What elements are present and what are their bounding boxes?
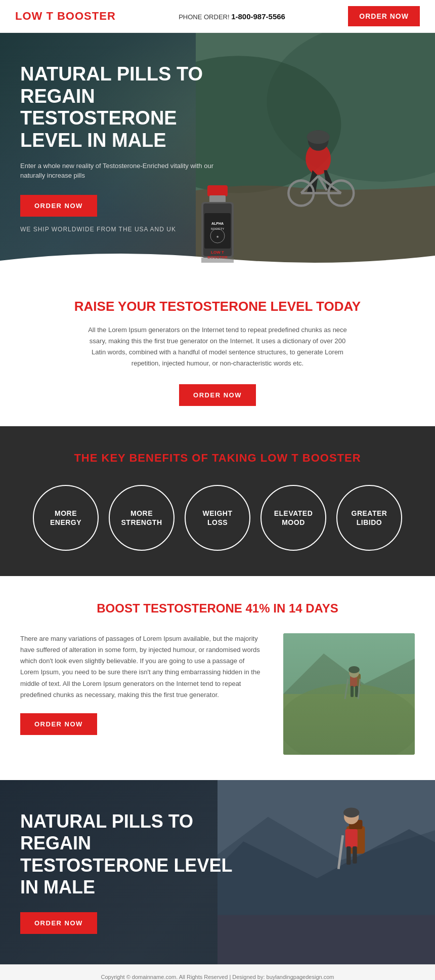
svg-rect-20 — [283, 633, 415, 755]
svg-point-27 — [349, 668, 359, 678]
svg-rect-42 — [346, 846, 351, 865]
phone-order: PHONE ORDER! 1-800-987-5566 — [179, 12, 285, 21]
product-bottle: ALPHA SOCIETY ★ LOW T BOOSTER — [187, 185, 248, 273]
svg-rect-39 — [345, 829, 358, 847]
benefit-weight-loss: WEIGHTLOSS — [185, 485, 250, 551]
footer-text: Copyright © domainname.com. All Rights R… — [20, 974, 415, 980]
benefit-greater-libido: GREATERLIBIDO — [336, 485, 402, 551]
banner-bg-svg — [218, 780, 435, 964]
boost-text: There are many variations of passages of… — [20, 633, 263, 735]
svg-rect-43 — [353, 846, 357, 864]
svg-rect-8 — [207, 185, 228, 196]
section-benefits: THE KEY BENEFITS OF TAKING LOW T BOOSTER… — [0, 426, 435, 576]
raise-body: All the Lorem Ipsum generators on the In… — [86, 324, 349, 369]
boost-content: There are many variations of passages of… — [20, 633, 415, 755]
hero-subtitle: Enter a whole new reality of Testosteron… — [20, 161, 233, 181]
header-order-button[interactable]: ORDER NOW — [348, 6, 420, 26]
svg-rect-36 — [218, 915, 435, 964]
raise-heading-red: RAISE YOUR TESTOSTERONE — [74, 299, 267, 314]
hero-order-button[interactable]: ORDER NOW — [20, 195, 97, 217]
svg-text:LOW T: LOW T — [211, 250, 224, 255]
benefits-heading: THE KEY BENEFITS OF TAKING LOW T BOOSTER — [20, 452, 415, 465]
benefit-more-strength: MORESTRENGTH — [109, 485, 175, 551]
hiker-svg — [283, 633, 415, 755]
hero-section: NATURAL PILLS TO REGAIN TESTOSTERONE LEV… — [0, 33, 435, 273]
svg-rect-30 — [355, 686, 358, 697]
svg-text:ALPHA: ALPHA — [211, 222, 224, 225]
svg-rect-25 — [352, 674, 361, 686]
boost-order-button[interactable]: ORDER NOW — [20, 713, 97, 735]
raise-order-button[interactable]: ORDER NOW — [179, 384, 256, 406]
hero-title: NATURAL PILLS TO REGAIN TESTOSTERONE LEV… — [20, 63, 233, 152]
banner-bg — [218, 780, 435, 964]
svg-text:★: ★ — [216, 235, 219, 238]
benefit-elevated-mood: ELEVATEDMOOD — [260, 485, 326, 551]
svg-rect-19 — [201, 258, 234, 263]
banner-content: NATURAL PILLS TO REGAIN TESTOSTERONE LEV… — [20, 810, 233, 934]
footer: Copyright © domainname.com. All Rights R… — [0, 964, 435, 980]
boost-heading-red: 41% IN 14 DAYS — [246, 601, 338, 615]
logo: LOW T BOOSTER — [15, 10, 116, 23]
phone-label: PHONE ORDER! — [179, 13, 231, 21]
svg-point-41 — [343, 808, 360, 818]
section-boost: BOOST TESTOSTERONE 41% IN 14 DAYS There … — [0, 576, 435, 780]
benefit-more-energy: MOREENERGY — [33, 485, 99, 551]
svg-rect-21 — [283, 633, 415, 694]
logo-low: LOW T — [15, 10, 57, 22]
banner-order-button[interactable]: ORDER NOW — [20, 912, 97, 934]
benefits-heading-red: THE KEY BENEFITS — [74, 452, 188, 464]
banner-title: NATURAL PILLS TO REGAIN TESTOSTERONE LEV… — [20, 810, 233, 898]
svg-rect-9 — [209, 195, 226, 203]
svg-rect-29 — [351, 686, 354, 697]
svg-rect-23 — [283, 694, 415, 755]
svg-point-24 — [283, 684, 415, 755]
raise-heading-black: LEVEL TODAY — [267, 299, 361, 314]
benefits-heading-white: OF TAKING LOW T BOOSTER — [188, 452, 361, 464]
phone-number: 1-800-987-5566 — [231, 12, 285, 21]
svg-marker-22 — [283, 654, 415, 694]
svg-line-31 — [345, 679, 348, 699]
logo-booster: BOOSTER — [57, 10, 116, 22]
benefits-row: MOREENERGY MORESTRENGTH WEIGHTLOSS ELEVA… — [20, 485, 415, 551]
bottle-svg: ALPHA SOCIETY ★ LOW T BOOSTER — [187, 185, 248, 271]
svg-point-5 — [307, 130, 330, 144]
section-banner: NATURAL PILLS TO REGAIN TESTOSTERONE LEV… — [0, 780, 435, 964]
raise-heading: RAISE YOUR TESTOSTERONE LEVEL TODAY — [20, 299, 415, 314]
svg-line-32 — [358, 679, 360, 699]
boost-image — [283, 633, 415, 755]
section-raise: RAISE YOUR TESTOSTERONE LEVEL TODAY All … — [0, 273, 435, 426]
boost-heading: BOOST TESTOSTERONE 41% IN 14 DAYS — [20, 601, 415, 616]
boost-body: There are many variations of passages of… — [20, 633, 263, 701]
svg-rect-26 — [350, 676, 357, 687]
boost-heading-black: BOOST TESTOSTERONE — [97, 601, 245, 615]
header: LOW T BOOSTER PHONE ORDER! 1-800-987-556… — [0, 0, 435, 33]
svg-point-28 — [349, 666, 360, 673]
